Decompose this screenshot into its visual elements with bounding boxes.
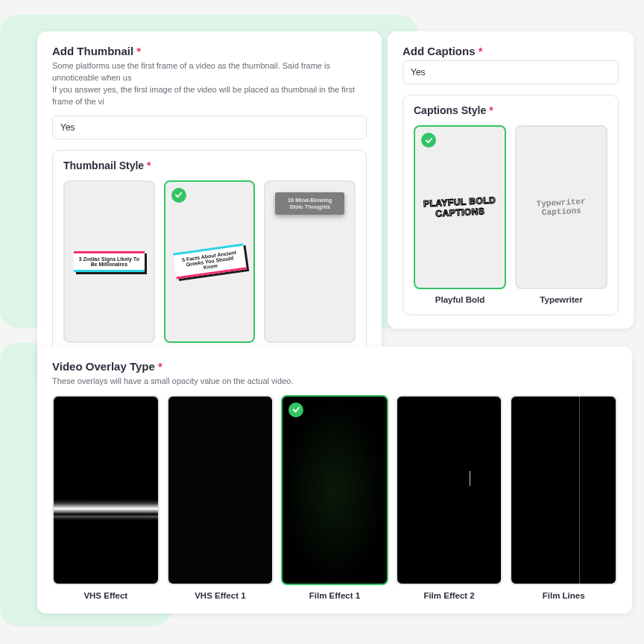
thumbnail-style-group: Thumbnail Style * 3 Zodiac Signs Likely … bbox=[52, 150, 367, 369]
overlay-option-film-lines[interactable]: Film Lines bbox=[510, 395, 617, 600]
video-overlay-card: Video Overlay Type * These overlays will… bbox=[37, 347, 632, 613]
check-icon bbox=[288, 402, 303, 417]
thumbnail-preview: 3 Zodiac Signs Likely To Be Millionaires bbox=[63, 180, 155, 343]
thumbnail-options-row: 3 Zodiac Signs Likely To Be Millionaires… bbox=[63, 180, 356, 358]
thumbnail-option-tiktok-horizontal[interactable]: 3 Zodiac Signs Likely To Be Millionaires… bbox=[63, 180, 155, 358]
check-icon bbox=[421, 133, 436, 148]
overlay-preview bbox=[281, 395, 388, 585]
title-text: Add Captions bbox=[402, 45, 476, 57]
title-text: Add Thumbnail bbox=[52, 45, 133, 57]
thumbnail-style-title: Thumbnail Style * bbox=[63, 160, 356, 171]
option-label: Film Effect 1 bbox=[281, 591, 388, 600]
overlay-preview bbox=[52, 395, 160, 585]
required-asterisk: * bbox=[136, 45, 141, 57]
captions-option-playful-bold[interactable]: PLAYFUL BOLD CAPTIONS Playful Bold bbox=[414, 125, 506, 304]
add-thumbnail-select[interactable]: Yes bbox=[52, 116, 367, 139]
overlay-preview bbox=[510, 395, 617, 585]
add-captions-select[interactable]: Yes bbox=[402, 60, 619, 84]
add-thumbnail-card: Add Thumbnail * Some platforms use the f… bbox=[37, 31, 382, 382]
overlay-option-vhs-effect-1[interactable]: VHS Effect 1 bbox=[167, 395, 274, 600]
option-label: VHS Effect 1 bbox=[167, 591, 274, 600]
caption-preview: Typewriter Captions bbox=[515, 125, 607, 289]
add-captions-title: Add Captions * bbox=[402, 45, 619, 57]
title-text: Thumbnail Style bbox=[63, 160, 144, 171]
add-thumbnail-description: Some platforms use the first frame of a … bbox=[52, 60, 367, 108]
option-label: Typewriter bbox=[515, 295, 607, 304]
required-asterisk: * bbox=[479, 45, 483, 57]
captions-style-title: Captions Style * bbox=[414, 104, 607, 116]
desc-line: Some platforms use the first frame of a … bbox=[52, 60, 367, 84]
option-label: Film Effect 2 bbox=[396, 591, 503, 600]
thumbnail-option-tiktok-rotated[interactable]: 5 Facts About Ancient Greeks You Should … bbox=[164, 180, 256, 358]
overlay-options-row: VHS Effect VHS Effect 1 Film Effect 1 Fi… bbox=[52, 395, 617, 600]
captions-style-group: Captions Style * PLAYFUL BOLD CAPTIONS P… bbox=[402, 95, 619, 315]
option-label: VHS Effect bbox=[52, 591, 160, 600]
thumbnail-preview: 5 Facts About Ancient Greeks You Should … bbox=[164, 180, 256, 343]
overlay-option-film-effect-2[interactable]: Film Effect 2 bbox=[396, 395, 503, 600]
overlay-option-film-effect-1[interactable]: Film Effect 1 bbox=[281, 395, 388, 600]
thumbnail-preview: 10 Mind-Blowing Stoic Thoughts bbox=[264, 180, 356, 343]
captions-options-row: PLAYFUL BOLD CAPTIONS Playful Bold Typew… bbox=[414, 125, 607, 304]
video-overlay-description: These overlays will have a small opacity… bbox=[52, 376, 617, 388]
overlay-preview bbox=[396, 395, 503, 585]
add-captions-card: Add Captions * Yes Captions Style * PLAY… bbox=[388, 31, 634, 329]
captions-option-typewriter[interactable]: Typewriter Captions Typewriter bbox=[515, 125, 607, 304]
option-label: Playful Bold bbox=[414, 295, 506, 304]
preview-text: PLAYFUL BOLD CAPTIONS bbox=[414, 195, 505, 220]
select-value: Yes bbox=[411, 67, 426, 78]
required-asterisk: * bbox=[158, 360, 162, 373]
add-thumbnail-title: Add Thumbnail * bbox=[52, 45, 367, 57]
check-icon bbox=[171, 188, 186, 203]
desc-line: If you answer yes, the first image of th… bbox=[52, 84, 367, 108]
overlay-preview bbox=[167, 395, 274, 585]
preview-text: Typewriter Captions bbox=[516, 196, 606, 218]
caption-preview: PLAYFUL BOLD CAPTIONS bbox=[414, 125, 506, 289]
select-value: Yes bbox=[60, 122, 75, 133]
preview-text: 5 Facts About Ancient Greeks You Should … bbox=[173, 244, 247, 280]
video-overlay-title: Video Overlay Type * bbox=[52, 360, 617, 373]
overlay-option-vhs-effect[interactable]: VHS Effect bbox=[52, 395, 160, 600]
preview-text: 10 Mind-Blowing Stoic Thoughts bbox=[275, 192, 344, 215]
option-label: Film Lines bbox=[510, 591, 617, 600]
preview-text: 3 Zodiac Signs Likely To Be Millionaires bbox=[74, 251, 145, 272]
thumbnail-option-modern-noise-wall[interactable]: 10 Mind-Blowing Stoic Thoughts Modern No… bbox=[264, 180, 356, 358]
required-asterisk: * bbox=[147, 160, 151, 171]
title-text: Captions Style bbox=[414, 104, 486, 116]
required-asterisk: * bbox=[489, 104, 493, 116]
title-text: Video Overlay Type bbox=[52, 360, 155, 373]
